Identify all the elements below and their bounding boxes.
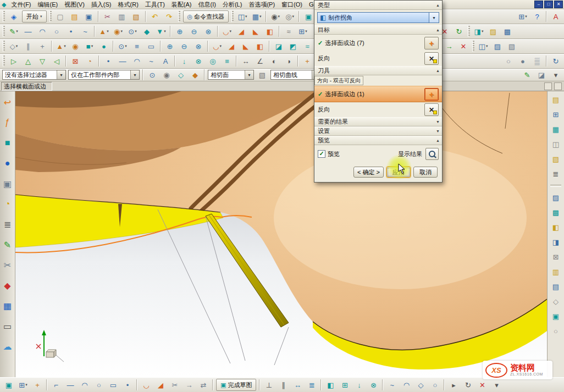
- select-body-icon[interactable]: ◆: [189, 69, 202, 81]
- analysis-palette-icon[interactable]: ◧: [549, 222, 562, 233]
- select-face-icon[interactable]: ◉: [160, 69, 173, 81]
- toolbar-drag-handle[interactable]: [3, 11, 5, 22]
- shell-icon[interactable]: ◧: [263, 25, 277, 37]
- collapse-caret-results[interactable]: ▼: [432, 120, 440, 124]
- sketch-grid-icon[interactable]: ⊞▾: [16, 379, 30, 391]
- toolbar-drag-handle[interactable]: [49, 11, 52, 22]
- immediate-hide-icon[interactable]: ●: [516, 55, 529, 67]
- reuse-library-icon[interactable]: ◫: [549, 139, 562, 150]
- block-icon[interactable]: ■▾: [83, 40, 96, 52]
- view-gallery-icon[interactable]: ▧: [549, 154, 562, 164]
- web-globe-icon[interactable]: ●: [1, 157, 14, 170]
- tooling-icon[interactable]: ▥: [549, 267, 562, 277]
- preview-checkbox[interactable]: ✓: [318, 150, 325, 158]
- conic-icon[interactable]: ◠: [400, 379, 413, 391]
- fit-view-icon[interactable]: ▣: [302, 10, 315, 23]
- target-reverse-button[interactable]: ✕: [424, 52, 439, 65]
- offset-region-icon[interactable]: ▽: [36, 55, 49, 67]
- project-curve-icon[interactable]: ↓: [178, 55, 191, 67]
- circle-icon[interactable]: ○: [92, 379, 106, 391]
- wcs-icon[interactable]: +: [301, 55, 314, 67]
- extrude-icon[interactable]: ▲▾: [54, 40, 68, 52]
- status-icon-2[interactable]: [554, 82, 562, 90]
- ok-button[interactable]: < 确定 >: [353, 167, 384, 178]
- line-curve-icon[interactable]: ―: [116, 55, 129, 67]
- tile-windows-icon[interactable]: ▦▾: [250, 10, 263, 23]
- clock-icon[interactable]: ◔: [1, 197, 14, 211]
- arc-icon[interactable]: ◠: [78, 379, 91, 391]
- perpendicular-constraint-icon[interactable]: ⊥: [262, 379, 275, 391]
- subtract-icon[interactable]: ⊖: [178, 40, 191, 52]
- chamfer-icon[interactable]: ◢: [225, 40, 238, 52]
- manufacturing-wizard-icon[interactable]: ▩: [549, 207, 562, 218]
- help-icon[interactable]: ?: [530, 10, 544, 23]
- polygon-icon[interactable]: ◇: [414, 379, 427, 391]
- redo-icon[interactable]: ↷: [163, 10, 176, 23]
- drafting-icon[interactable]: ▤: [549, 281, 562, 292]
- menu-item[interactable]: 格式(R): [115, 0, 142, 9]
- collapse-caret-tool[interactable]: ▲: [432, 69, 440, 73]
- selection-filter-combo[interactable]: 没有选择过滤器▼: [2, 70, 66, 80]
- sketch-task-icon[interactable]: ▣: [2, 379, 15, 391]
- spline-curve-icon[interactable]: ~: [145, 55, 158, 67]
- select-edge-icon[interactable]: ◇: [174, 69, 187, 81]
- combo-dropdown-icon[interactable]: ▼: [57, 70, 65, 79]
- toolbar-drag-handle[interactable]: [3, 56, 5, 67]
- close-button[interactable]: ✕: [554, 1, 563, 8]
- collapse-caret-target[interactable]: ▲: [432, 28, 440, 32]
- snap-toolbar-icon[interactable]: ⊞▾: [516, 10, 529, 23]
- arc-icon[interactable]: ◠: [36, 25, 49, 37]
- menu-item[interactable]: 工具(T): [142, 0, 168, 9]
- assembly-navigator-icon[interactable]: ▤: [549, 95, 562, 105]
- draft-icon[interactable]: ◣: [249, 25, 262, 37]
- intersect-curve-icon[interactable]: ⊗: [367, 379, 380, 391]
- revolve-icon[interactable]: ◉: [69, 40, 82, 52]
- shaded-view-icon[interactable]: ◉▾: [269, 10, 282, 23]
- surface-group-icon[interactable]: ◨▾: [472, 25, 485, 37]
- convert-icon[interactable]: ↻: [461, 379, 474, 391]
- dialog-section-target[interactable]: 目标 ▲: [314, 25, 442, 35]
- fillet-icon[interactable]: ◡: [140, 379, 153, 391]
- history-back-icon[interactable]: ↩: [1, 96, 14, 109]
- show-constraints-icon[interactable]: ▸: [447, 379, 460, 391]
- view-section-icon[interactable]: ◫▾: [477, 40, 490, 52]
- more-options-icon[interactable]: ▾: [490, 379, 503, 391]
- delete-icon[interactable]: ✕: [475, 379, 489, 391]
- menu-item[interactable]: 信息(I): [195, 0, 219, 9]
- arc-curve-icon[interactable]: ◠: [130, 55, 143, 67]
- history-palette-icon[interactable]: ≣: [549, 169, 562, 179]
- show-result-button[interactable]: [425, 148, 439, 160]
- corner-type-combo[interactable]: ◧ 制作拐角 ▼: [317, 12, 439, 23]
- dialog-section-tool[interactable]: 刀具 ▲: [314, 66, 442, 75]
- rectangle-icon[interactable]: ▭: [107, 379, 120, 391]
- optimization-icon[interactable]: ◨: [549, 237, 562, 247]
- undo-icon[interactable]: ↶: [148, 10, 162, 23]
- spline-icon[interactable]: ~: [79, 25, 92, 37]
- viewport-3d-scene[interactable]: [15, 91, 547, 377]
- delete-icon[interactable]: ✕: [457, 40, 470, 52]
- target-select-row[interactable]: ✓ 选择面或边 (7) +: [314, 35, 442, 51]
- open-icon[interactable]: ▤: [68, 10, 81, 23]
- datum-plane-icon[interactable]: ◇▾: [7, 40, 20, 52]
- subtract-icon[interactable]: ⊖: [187, 25, 201, 37]
- circle-icon[interactable]: ○: [50, 25, 63, 37]
- rib-icon[interactable]: ≡: [130, 40, 143, 52]
- toolbar-drag-handle[interactable]: [472, 41, 474, 52]
- part-navigator-icon[interactable]: ▦: [549, 124, 562, 135]
- facet-icon[interactable]: ▩: [501, 25, 514, 37]
- update-icon[interactable]: ↻: [452, 25, 466, 37]
- command-finder-button[interactable]: ◎命令查找器: [183, 10, 229, 23]
- split-body-icon[interactable]: ◩: [286, 40, 300, 52]
- resize-blend-icon[interactable]: ◔: [83, 55, 96, 67]
- dimension-icon[interactable]: ↔: [291, 379, 304, 391]
- point-icon[interactable]: •: [102, 55, 115, 67]
- chamfer-icon[interactable]: ◢: [154, 379, 167, 391]
- face-rule-icon[interactable]: ▧: [256, 69, 269, 81]
- graphics-viewport[interactable]: [15, 91, 547, 377]
- move-object-icon[interactable]: →: [443, 40, 456, 52]
- camera-icon[interactable]: ▣: [1, 177, 14, 190]
- profile-icon[interactable]: ⌐: [49, 379, 63, 391]
- unite-icon[interactable]: ⊕: [173, 25, 186, 37]
- sew-icon[interactable]: ≈: [301, 40, 314, 52]
- minimize-button[interactable]: –: [534, 1, 543, 8]
